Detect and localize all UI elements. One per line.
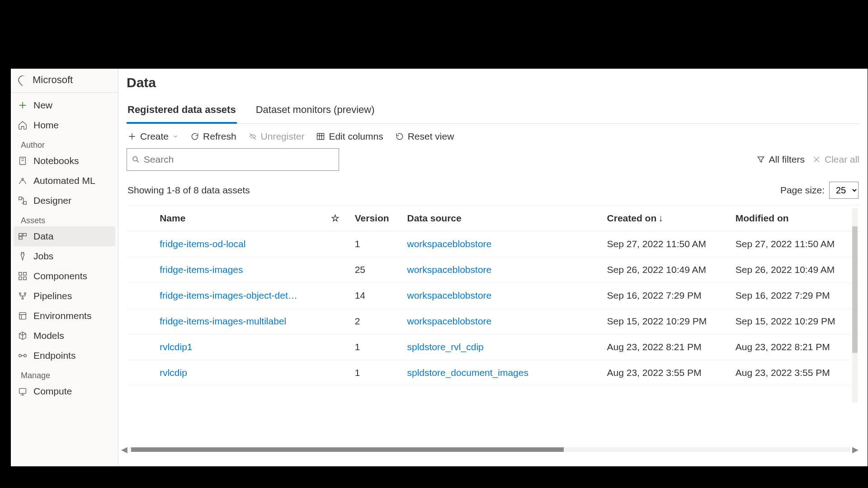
- nav-notebooks[interactable]: Notebooks: [11, 151, 118, 171]
- data-source-link[interactable]: workspaceblobstore: [407, 316, 491, 326]
- asset-name-link[interactable]: rvlcdip1: [160, 342, 192, 352]
- table-row[interactable]: rvlcdip11spldstore_rvl_cdipAug 23, 2022 …: [127, 334, 859, 360]
- svg-rect-4: [19, 234, 22, 236]
- table-row[interactable]: fridge-items-images-object-det…14workspa…: [127, 283, 859, 309]
- nav-components[interactable]: Components: [11, 266, 118, 286]
- section-manage: Manage: [11, 366, 118, 381]
- vertical-scrollbar[interactable]: [852, 208, 858, 403]
- asset-version: 2: [350, 309, 403, 334]
- table-row[interactable]: fridge-items-images-multilabel2workspace…: [127, 309, 859, 334]
- asset-modified: Sep 16, 2022 7:29 PM: [731, 283, 859, 309]
- asset-name-link[interactable]: fridge-items-images-multilabel: [160, 316, 286, 326]
- asset-modified: Aug 23, 2022 8:21 PM: [731, 334, 859, 360]
- page-size-select[interactable]: 25: [829, 182, 859, 199]
- create-button[interactable]: Create: [127, 131, 179, 142]
- data-source-link[interactable]: workspaceblobstore: [407, 264, 491, 275]
- col-favorite[interactable]: ☆: [326, 206, 350, 231]
- environments-icon: [17, 311, 28, 321]
- asset-version: 1: [350, 231, 403, 257]
- asset-name-link[interactable]: fridge-items-images: [160, 264, 243, 275]
- table-row[interactable]: fridge-items-od-local1workspaceblobstore…: [127, 231, 859, 257]
- nav-environments[interactable]: Environments: [11, 306, 118, 326]
- section-assets: Assets: [11, 211, 118, 226]
- data-source-link[interactable]: spldstore_rvl_cdip: [407, 342, 483, 352]
- home-icon: [17, 120, 28, 130]
- chevron-down-icon: [172, 131, 179, 142]
- svg-rect-10: [24, 277, 26, 280]
- col-created-on[interactable]: Created on↓: [603, 206, 731, 231]
- svg-rect-14: [19, 313, 26, 319]
- asset-modified: Sep 26, 2022 10:49 AM: [731, 257, 859, 283]
- asset-version: 25: [350, 257, 403, 283]
- data-source-link[interactable]: workspaceblobstore: [407, 239, 491, 249]
- horizontal-scrollbar[interactable]: ◀ ▶: [121, 446, 859, 453]
- compute-icon: [17, 386, 28, 396]
- asset-modified: Sep 27, 2022 11:50 AM: [731, 231, 859, 257]
- all-filters-button[interactable]: All filters: [756, 154, 805, 165]
- models-icon: [17, 331, 28, 341]
- col-version[interactable]: Version: [350, 206, 403, 231]
- workspace-switcher[interactable]: Microsoft: [11, 70, 118, 92]
- asset-name-link[interactable]: rvlcdip: [160, 367, 187, 378]
- clear-all-button[interactable]: Clear all: [812, 154, 859, 165]
- nav-new[interactable]: New: [11, 95, 118, 115]
- table-header-row: Name ☆ Version Data source Created on↓ M…: [127, 206, 859, 231]
- svg-point-1: [22, 178, 24, 180]
- endpoints-icon: [17, 351, 28, 361]
- refresh-button[interactable]: Refresh: [190, 131, 236, 142]
- table-row[interactable]: rvlcdip1spldstore_document_imagesAug 23,…: [127, 360, 859, 386]
- svg-rect-9: [19, 277, 22, 280]
- unregister-button[interactable]: Unregister: [248, 131, 305, 142]
- workspace-name: Microsoft: [33, 74, 73, 86]
- svg-point-11: [19, 293, 21, 295]
- col-modified-on[interactable]: Modified on: [731, 206, 859, 231]
- search-input[interactable]: [144, 154, 334, 165]
- filter-icon: [756, 155, 765, 164]
- data-source-link[interactable]: spldstore_document_images: [407, 367, 528, 378]
- edit-columns-button[interactable]: Edit columns: [316, 131, 383, 142]
- svg-rect-8: [24, 272, 26, 275]
- search-box[interactable]: [127, 148, 339, 171]
- data-source-link[interactable]: workspaceblobstore: [407, 290, 491, 300]
- components-icon: [17, 271, 28, 281]
- results-summary: Showing 1-8 of 8 data assets: [127, 185, 250, 196]
- asset-version: 1: [350, 360, 403, 386]
- nav-models[interactable]: Models: [11, 326, 118, 346]
- nav-automl[interactable]: Automated ML: [11, 171, 118, 191]
- scroll-right-icon: ▶: [852, 445, 859, 455]
- svg-point-13: [22, 298, 24, 300]
- svg-rect-5: [23, 234, 26, 236]
- jobs-icon: [17, 251, 28, 261]
- nav-endpoints[interactable]: Endpoints: [11, 346, 118, 366]
- tab-dataset-monitors[interactable]: Dataset monitors (preview): [255, 99, 376, 123]
- asset-name-link[interactable]: fridge-items-images-object-det…: [160, 290, 297, 300]
- close-icon: [812, 155, 821, 164]
- asset-name-link[interactable]: fridge-items-od-local: [160, 239, 245, 249]
- nav-pipelines[interactable]: Pipelines: [11, 286, 118, 306]
- nav-jobs[interactable]: Jobs: [11, 246, 118, 266]
- table-row[interactable]: fridge-items-images25workspaceblobstoreS…: [127, 257, 859, 283]
- asset-created: Sep 27, 2022 11:50 AM: [603, 231, 731, 257]
- reset-view-button[interactable]: Reset view: [395, 131, 454, 142]
- back-icon: [17, 75, 28, 84]
- refresh-icon: [190, 132, 199, 141]
- tab-registered-data-assets[interactable]: Registered data assets: [127, 99, 237, 124]
- asset-created: Sep 26, 2022 10:49 AM: [603, 257, 731, 283]
- col-data-source[interactable]: Data source: [402, 206, 602, 231]
- search-icon: [132, 155, 140, 164]
- nav-home[interactable]: Home: [11, 115, 118, 135]
- nav-data[interactable]: Data: [14, 226, 115, 246]
- toolbar: Create Refresh Unregister Edit columns R…: [127, 124, 859, 148]
- asset-created: Aug 23, 2022 3:55 PM: [603, 360, 731, 386]
- star-icon: ☆: [331, 213, 340, 223]
- nav-designer[interactable]: Designer: [11, 191, 118, 211]
- asset-modified: Aug 23, 2022 3:55 PM: [731, 360, 859, 386]
- asset-version: 1: [350, 334, 403, 360]
- svg-point-16: [24, 354, 27, 357]
- unregister-icon: [248, 132, 257, 141]
- svg-rect-0: [20, 157, 26, 165]
- asset-version: 14: [350, 283, 403, 309]
- notebook-icon: [17, 156, 28, 166]
- nav-compute[interactable]: Compute: [11, 381, 118, 401]
- col-name[interactable]: Name: [155, 206, 326, 231]
